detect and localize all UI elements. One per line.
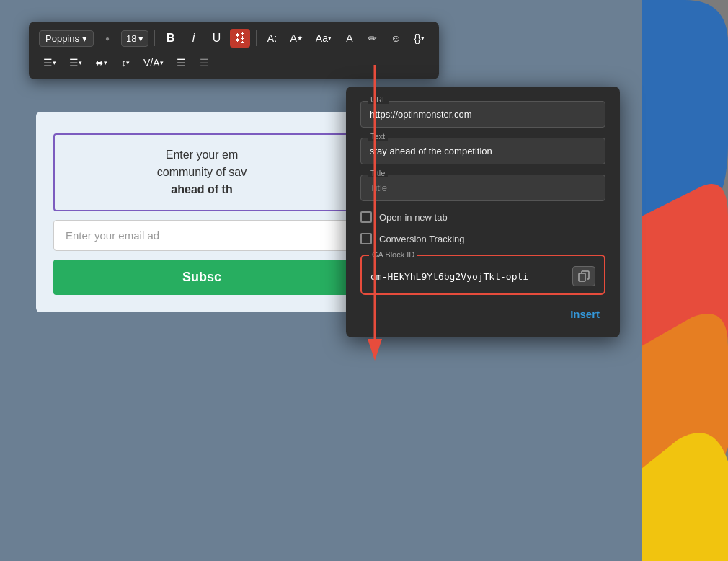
toolbar-row-2: ☰▾ ☰▾ ⬌▾ ↕▾ V/A▾ ☰ ☰ [39, 53, 429, 72]
font-family-chevron: ▾ [82, 33, 87, 44]
widget-canvas: Enter your em community of sav ahead of … [36, 112, 368, 312]
font-size-chevron: ▾ [138, 33, 143, 44]
underline-button[interactable]: U [207, 29, 226, 48]
subscribe-button[interactable]: Subsc [53, 260, 350, 295]
separator-1 [154, 30, 155, 46]
link-button[interactable]: ⛓ [230, 29, 250, 48]
bullet-list-button[interactable]: ☰▾ [65, 53, 86, 72]
ga-block-label: GA Block ID [369, 250, 417, 259]
widget-email-input[interactable]: Enter your email ad [53, 220, 350, 251]
align-left-button[interactable]: ☰ [172, 53, 191, 72]
bold-button[interactable]: B [161, 29, 179, 48]
svg-marker-2 [368, 339, 382, 361]
text-input[interactable] [360, 138, 605, 164]
text-field: Text [360, 138, 605, 164]
font-family-selector[interactable]: Poppins ▾ [39, 30, 94, 47]
copy-icon [578, 270, 590, 282]
line-spacing-button[interactable]: ↕▾ [116, 53, 135, 72]
list-style-button[interactable]: ☰▾ [39, 53, 61, 72]
insert-button[interactable]: Insert [564, 305, 605, 323]
background-decoration [642, 0, 728, 561]
link-popup-panel: URL Text Title Open in new tab Conversio… [346, 87, 620, 337]
align-right-button[interactable]: ☰ [195, 53, 214, 72]
font-size-label: 18 [126, 33, 136, 44]
ga-block-value: om-HEkYhL9Yt6bg2VyojTkl-opti [370, 271, 567, 282]
toolbar-row-1: Poppins ▾ ● 18 ▾ B i U ⛓ A: A★ Aa▾ A ✏ ☺… [39, 29, 429, 48]
star-format-button[interactable]: A★ [285, 29, 306, 48]
italic-button[interactable]: i [184, 29, 203, 48]
va-spacing-button[interactable]: V/A▾ [139, 53, 168, 72]
pen-tool-button[interactable]: ✏ [363, 29, 382, 48]
new-tab-row: Open in new tab [360, 211, 605, 223]
ga-block-field: GA Block ID om-HEkYhL9Yt6bg2VyojTkl-opti [360, 255, 605, 295]
separator-2 [256, 30, 257, 46]
title-label: Title [368, 169, 388, 177]
case-button[interactable]: Aa▾ [311, 29, 336, 48]
insert-row: Insert [360, 305, 605, 323]
new-tab-label: Open in new tab [379, 212, 448, 223]
conversion-tracking-row: Conversion Tracking [360, 233, 605, 244]
font-size-selector[interactable]: 18 ▾ [121, 30, 148, 47]
url-input[interactable] [360, 101, 605, 128]
widget-content: Enter your em community of sav ahead of … [36, 112, 368, 312]
code-button[interactable]: {}▾ [409, 29, 428, 48]
ga-block-inner: om-HEkYhL9Yt6bg2VyojTkl-opti [370, 266, 595, 286]
font-size-dot: ● [98, 29, 117, 48]
svg-rect-3 [579, 273, 585, 281]
conversion-tracking-label: Conversion Tracking [379, 234, 465, 244]
new-tab-checkbox[interactable] [360, 211, 372, 223]
url-label: URL [368, 95, 389, 104]
widget-text-box: Enter your em community of sav ahead of … [53, 133, 350, 211]
email-placeholder-text: Enter your email ad [66, 229, 159, 242]
ga-copy-button[interactable] [572, 266, 595, 286]
url-field: URL [360, 101, 605, 128]
title-input[interactable] [360, 175, 605, 201]
font-size-icon-button[interactable]: A: [262, 29, 281, 48]
title-field: Title [360, 175, 605, 201]
conversion-tracking-checkbox[interactable] [360, 233, 372, 244]
text-editor-toolbar: Poppins ▾ ● 18 ▾ B i U ⛓ A: A★ Aa▾ A ✏ ☺… [29, 22, 439, 79]
font-family-label: Poppins [45, 33, 79, 44]
indent-button[interactable]: ⬌▾ [91, 53, 112, 72]
widget-text: Enter your em community of sav ahead of … [66, 146, 337, 198]
text-color-button[interactable]: A [340, 29, 359, 48]
text-label: Text [368, 132, 388, 141]
emoji-button[interactable]: ☺ [386, 29, 405, 48]
